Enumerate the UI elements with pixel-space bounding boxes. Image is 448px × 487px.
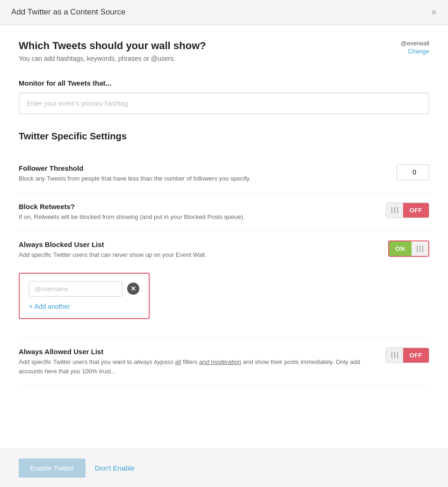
main-question: Which Tweets should your wall show? [19,40,206,52]
enable-twitter-button[interactable]: Enable Twitter [19,458,86,478]
username-input[interactable] [29,281,123,297]
add-twitter-modal: Add Twitter as a Content Source × Which … [0,0,448,487]
block-retweets-desc: If on, Retweets will be blocked from sho… [19,212,376,222]
always-allowed-name: Always Allowed User List [19,348,376,356]
close-button[interactable]: × [431,7,437,17]
block-retweets-name: Block Retweets? [19,203,376,211]
modal-title: Add Twitter as a Content Source [11,7,125,17]
follower-threshold-desc: Block any Tweets from people that have l… [19,174,387,183]
toggle-handle-allowed[interactable] [386,348,403,362]
handle-bar-4 [417,246,418,252]
modal-footer: Enable Twitter Don't Enable [0,449,448,487]
always-blocked-toggle-wrapper: ON [388,240,430,257]
block-retweets-toggle[interactable]: OFF [386,203,430,218]
remove-username-button[interactable]: ✕ [127,283,139,295]
handle-bar-8 [394,352,395,358]
always-allowed-toggle[interactable]: OFF [386,348,430,363]
always-blocked-control[interactable]: ON [388,240,430,257]
follower-threshold-name: Follower Threshold [19,164,387,172]
add-another-link[interactable]: + Add another [29,303,70,310]
handle-bar-7 [391,352,392,358]
follower-threshold-control [397,164,429,180]
always-blocked-desc: Add specific Twitter users that can neve… [19,250,379,260]
always-allowed-row: Always Allowed User List Add specific Tw… [19,338,429,387]
section-header: Which Tweets should your wall show? You … [19,40,429,75]
monitor-label: Monitor for all Tweets that... [19,79,429,87]
handle-bar-1 [391,207,392,213]
handle-bar-6 [422,246,423,252]
always-blocked-row: Always Blocked User List Add specific Tw… [19,231,429,328]
main-subtitle: You can add hashtags, keywords, phrases … [19,55,206,62]
blocked-users-box: ✕ + Add another [19,273,150,319]
follower-threshold-input[interactable] [397,164,429,180]
username-row: ✕ [29,281,139,297]
dont-enable-button[interactable]: Don't Enable [95,464,135,472]
follower-threshold-row: Follower Threshold Block any Tweets from… [19,155,429,193]
always-allowed-desc: Add specific Twitter users that you want… [19,357,376,377]
account-info: @everwall Change [401,40,429,55]
change-account-link[interactable]: Change [408,48,429,55]
block-retweets-row: Block Retweets? If on, Retweets will be … [19,193,429,232]
handle-bar-9 [397,352,398,358]
follower-threshold-info: Follower Threshold Block any Tweets from… [19,164,387,183]
account-handle: @everwall [401,40,429,47]
modal-header: Add Twitter as a Content Source × [0,0,448,25]
toggle-handle-blocked[interactable] [412,242,428,256]
always-blocked-name: Always Blocked User List [19,240,379,248]
handle-bar-3 [397,207,398,213]
handle-bar-2 [394,207,395,213]
always-allowed-control[interactable]: OFF [386,348,430,363]
settings-title: Twitter Specific Settings [19,131,429,142]
modal-body: Which Tweets should your wall show? You … [0,25,448,449]
hashtag-input[interactable] [19,93,429,114]
toggle-handle-retweets[interactable] [386,203,403,217]
always-blocked-info: Always Blocked User List Add specific Tw… [19,240,379,260]
toggle-off-retweets[interactable]: OFF [403,203,429,218]
block-retweets-info: Block Retweets? If on, Retweets will be … [19,203,376,222]
toggle-off-allowed[interactable]: OFF [403,348,429,363]
handle-bar-5 [419,246,420,252]
block-retweets-control[interactable]: OFF [386,203,430,218]
header-text: Which Tweets should your wall show? You … [19,40,206,75]
always-blocked-toggle[interactable]: ON [389,241,429,256]
always-allowed-info: Always Allowed User List Add specific Tw… [19,348,376,377]
remove-icon: ✕ [130,285,136,292]
toggle-on-blocked[interactable]: ON [389,241,412,256]
